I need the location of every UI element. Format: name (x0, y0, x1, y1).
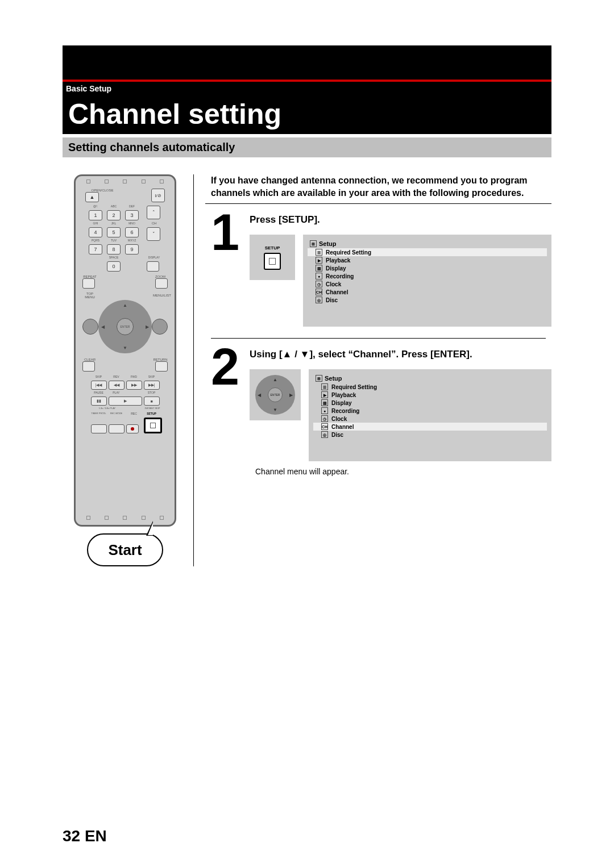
timer-prog-button[interactable] (91, 424, 107, 433)
rec-icon: ● (316, 273, 322, 279)
menu-item-recording: ●Recording (308, 272, 547, 280)
clock-icon: ◷ (316, 281, 322, 287)
menu-item-channel: CHChannel (308, 288, 547, 296)
return-button[interactable] (155, 361, 168, 372)
eject-button[interactable]: ▲ (85, 192, 99, 202)
step-2-note: Channel menu will appear. (255, 467, 551, 476)
list-icon: ☰ (321, 383, 328, 390)
start-callout: Start (87, 533, 163, 566)
num-8-button[interactable]: 8 (107, 244, 121, 254)
step-2-number: 2 (205, 347, 245, 476)
num-7-button[interactable]: 7 (89, 244, 102, 254)
left-arrow-icon: ◀ (258, 393, 261, 398)
skip-fwd-button[interactable]: ▶▶| (144, 381, 160, 390)
display-icon: ▤ (316, 265, 322, 272)
setup-mini-icon (264, 253, 281, 270)
menu-item-clock: ◷Clock (313, 415, 547, 423)
setup-header-icon: ⊞ (310, 240, 317, 247)
manual-page: Basic Setup Channel setting Setting chan… (0, 0, 614, 868)
step-1-number: 1 (205, 212, 245, 327)
play-button[interactable]: ▶ (109, 397, 142, 406)
menu-list-label: MENU/LIST (153, 294, 168, 297)
menu-list-button[interactable] (152, 319, 168, 335)
down-arrow-icon: ▼ (123, 345, 127, 350)
rec-icon: ● (321, 407, 328, 414)
rec-mode-button[interactable] (109, 424, 125, 433)
up-arrow-icon: ▲ (123, 303, 127, 308)
skip-back-button[interactable]: |◀◀ (91, 381, 107, 390)
page-title: Channel setting (63, 97, 551, 134)
zoom-button[interactable] (155, 278, 168, 289)
down-arrow-icon: ▼ (273, 407, 277, 412)
menu-item-required-setting: ☰Required Setting (313, 383, 547, 391)
num-0-button[interactable]: 0 (107, 261, 121, 272)
enter-mini-button: ENTER (268, 387, 283, 402)
setup-menu-screenshot-2: ⊞Setup ☰Required Setting Playback ▤Displ… (309, 369, 551, 461)
ch-up-button[interactable]: ˄ (147, 206, 160, 219)
display-button[interactable] (147, 261, 159, 272)
num-2-button[interactable]: 2 (107, 210, 121, 220)
ch-icon: CH (316, 289, 322, 295)
menu-item-disc: ◎Disc (313, 431, 547, 439)
number-pad-area: @!:ABCDEF 1 2 3 GHIJKLMNO 4 5 6 PQRSTUVW (89, 205, 161, 272)
menu-item-playback: Playback (313, 391, 547, 399)
top-menu-button[interactable] (82, 319, 98, 335)
ch-label: CH (147, 222, 161, 225)
step-divider (211, 338, 546, 339)
num-6-button[interactable]: 6 (125, 227, 139, 237)
menu-item-display: ▤Display (313, 399, 547, 407)
dpad[interactable]: ▲ ▼ ◀ ▶ ENTER (98, 300, 152, 353)
play-icon (316, 257, 322, 264)
disc-icon: ◎ (321, 431, 328, 438)
num-4-button[interactable]: 4 (89, 227, 102, 237)
step-2-title: Using [▲ / ▼], select “Channel”. Press [… (250, 349, 551, 360)
display-label: DISPLAY (147, 256, 161, 259)
power-button[interactable]: I/⊘ (151, 189, 165, 202)
num-9-button[interactable]: 9 (125, 244, 139, 254)
step-2: 2 Using [▲ / ▼], select “Channel”. Press… (205, 347, 551, 476)
fwd-button[interactable]: ▶▶ (126, 381, 142, 390)
enter-button[interactable]: ENTER (117, 318, 134, 335)
rec-button[interactable] (126, 424, 139, 433)
menu-header-1: ⊞Setup (308, 239, 547, 248)
num-3-button[interactable]: 3 (125, 210, 139, 220)
setup-button-illustration: SETUP (250, 235, 295, 280)
menu-item-playback: Playback (308, 256, 547, 264)
num-5-button[interactable]: 5 (107, 227, 121, 237)
dpad-illustration: ▲ ▼ ◀ ▶ ENTER (250, 369, 301, 420)
menu-item-display: ▤Display (308, 264, 547, 272)
remote-control: OPEN/CLOSE ▲ I/⊘ @!:ABCDEF 1 2 3 GHIJKLM… (74, 174, 176, 527)
page-number: 32 EN (63, 827, 107, 845)
rev-button[interactable]: ◀◀ (109, 381, 125, 390)
setup-mini-label: SETUP (265, 245, 280, 251)
top-menu-label: TOP MENU (82, 292, 97, 299)
menu-item-clock: ◷Clock (308, 280, 547, 288)
repeat-button[interactable] (82, 278, 95, 289)
clear-button[interactable] (82, 361, 95, 372)
menu-header-2: ⊞Setup (313, 374, 547, 383)
stop-button[interactable]: ■ (144, 397, 160, 406)
setup-button-highlighted[interactable] (144, 418, 162, 433)
intro-text: If you have changed antenna connection, … (205, 174, 551, 204)
ch-down-button[interactable]: ˅ (147, 227, 160, 241)
ch-icon: CH (321, 423, 328, 430)
menu-item-recording: ●Recording (313, 407, 547, 415)
steps-column: If you have changed antenna connection, … (205, 174, 551, 566)
menu-item-disc: ◎Disc (308, 296, 547, 304)
menu-item-required-setting: ☰Required Setting (308, 248, 547, 256)
num-1-button[interactable]: 1 (89, 210, 102, 220)
play-icon (321, 391, 328, 398)
pause-button[interactable]: ▮▮ (91, 397, 107, 406)
callout-tail-icon (146, 521, 153, 536)
menu-item-channel-selected: CHChannel (313, 423, 547, 431)
header-black-bar (63, 45, 551, 80)
clock-icon: ◷ (321, 415, 328, 422)
step-1: 1 Press [SETUP]. SETUP ⊞Setup ☰Required … (205, 212, 551, 327)
remote-bottom-dots (79, 516, 171, 521)
setup-menu-screenshot-1: ⊞Setup ☰Required Setting Playback ▤Displ… (303, 235, 551, 327)
list-icon: ☰ (316, 249, 322, 256)
start-label: Start (108, 541, 142, 559)
right-arrow-icon: ▶ (146, 324, 149, 329)
disc-icon: ◎ (316, 297, 322, 303)
right-arrow-icon: ▶ (289, 393, 293, 398)
